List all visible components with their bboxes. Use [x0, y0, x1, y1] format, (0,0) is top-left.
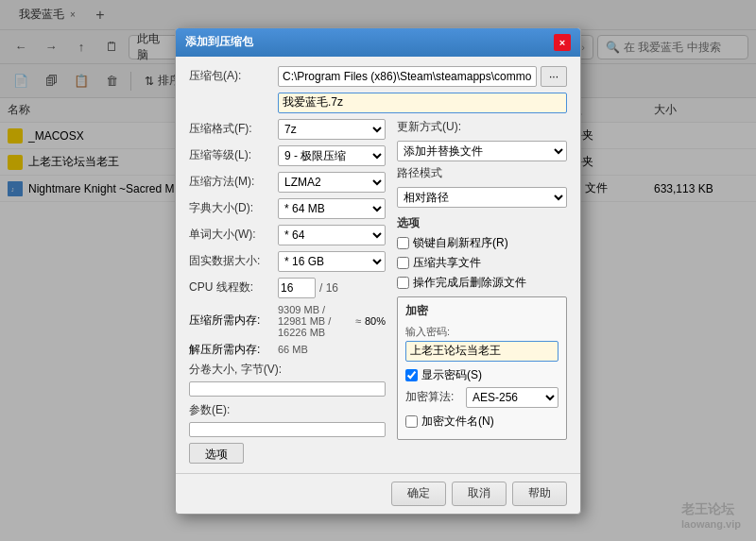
encrypt-names-row: 加密文件名(N)	[405, 414, 558, 430]
memory-label: 压缩所需内存:	[189, 313, 274, 329]
encrypt-names-label: 加密文件名(N)	[421, 414, 494, 430]
dialog-columns: 压缩格式(F): 7z 压缩等级(L): 9 - 极限压缩 压缩方法(M):	[189, 119, 567, 464]
level-select[interactable]: 9 - 极限压缩	[278, 145, 386, 166]
compress-dialog: 添加到压缩包 × 压缩包(A): ··· 压缩格式(F	[175, 27, 581, 515]
opt2-label: 压缩共享文件	[413, 255, 481, 271]
dialog-footer: 确定 取消 帮助	[176, 473, 580, 514]
encrypt-section: 加密 输入密码: 显示密码(S) 加密算法: AES-256	[397, 296, 567, 440]
method-select[interactable]: LZMA2	[278, 172, 386, 193]
opt3-row: 操作完成后删除源文件	[397, 275, 567, 291]
help-button[interactable]: 帮助	[512, 482, 567, 506]
encrypt-names-checkbox[interactable]	[405, 415, 418, 428]
split-label: 分卷大小, 字节(V):	[189, 362, 282, 378]
opt2-row: 压缩共享文件	[397, 255, 567, 271]
dialog-col-left: 压缩格式(F): 7z 压缩等级(L): 9 - 极限压缩 压缩方法(M):	[189, 119, 386, 464]
show-pw-checkbox[interactable]	[405, 369, 418, 381]
encrypt-title: 加密	[405, 303, 558, 319]
encrypt-pw-input[interactable]	[405, 341, 558, 362]
dialog-overlay: 添加到压缩包 × 压缩包(A): ··· 压缩格式(F	[0, 0, 756, 541]
memory-pct: 80%	[365, 315, 386, 327]
cancel-button[interactable]: 取消	[452, 482, 507, 506]
split-row: 分卷大小, 字节(V):	[189, 362, 386, 397]
memory-percent: ≈	[355, 315, 361, 327]
threads-label: CPU 线程数:	[189, 279, 274, 296]
ok-button[interactable]: 确定	[391, 482, 446, 506]
level-row: 压缩等级(L): 9 - 极限压缩	[189, 145, 386, 166]
encrypt-method-label: 加密算法:	[405, 389, 462, 405]
archive-path-row: 压缩包(A): ···	[189, 66, 567, 87]
dialog-footer-right: 确定 取消 帮助	[391, 482, 567, 506]
opt1-label: 锁键自刷新程序(R)	[413, 235, 508, 251]
params-label: 参数(E):	[189, 402, 274, 418]
close-icon: ×	[559, 37, 565, 48]
dialog-body: 压缩包(A): ··· 压缩格式(F): 7z	[176, 57, 580, 473]
opt1-row: 锁键自刷新程序(R)	[397, 235, 567, 251]
encrypt-method-select[interactable]: AES-256	[466, 387, 558, 408]
dict-select[interactable]: * 64 MB	[278, 198, 386, 219]
threads-max: / 16	[319, 281, 338, 295]
word-row: 单词大小(W): * 64	[189, 225, 386, 245]
dialog-close-button[interactable]: ×	[554, 34, 571, 51]
show-pw-label: 显示密码(S)	[421, 367, 482, 383]
memory-compress-row: 压缩所需内存: 9309 MB / 12981 MB / 16226 MB ≈ …	[189, 304, 386, 338]
solid-select[interactable]: * 16 GB	[278, 251, 386, 272]
encrypt-pw-label: 输入密码:	[405, 325, 558, 339]
archive-name-input[interactable]	[278, 93, 567, 113]
word-select[interactable]: * 64	[278, 225, 386, 245]
update-label: 更新方式(U):	[397, 119, 482, 135]
level-label: 压缩等级(L):	[189, 147, 274, 163]
encrypt-method-row: 加密算法: AES-256	[405, 387, 558, 408]
opt3-label: 操作完成后删除源文件	[413, 275, 526, 291]
archive-name-row	[189, 93, 567, 113]
path-row: 路径模式	[397, 165, 567, 181]
opt2-checkbox[interactable]	[397, 257, 409, 269]
archive-path-input[interactable]	[278, 66, 537, 87]
word-label: 单词大小(W):	[189, 227, 274, 243]
format-row: 压缩格式(F): 7z	[189, 119, 386, 140]
opt1-checkbox[interactable]	[397, 237, 409, 249]
method-row: 压缩方法(M): LZMA2	[189, 172, 386, 193]
update-select[interactable]: 添加并替换文件	[397, 141, 567, 161]
memory-value: 9309 MB / 12981 MB / 16226 MB	[278, 304, 352, 338]
decom-label: 解压所需内存:	[189, 342, 274, 358]
dialog-title-bar: 添加到压缩包 ×	[176, 28, 580, 57]
update-row: 更新方式(U):	[397, 119, 567, 135]
split-input[interactable]	[189, 381, 386, 397]
options-section-title: 选项	[397, 215, 567, 231]
dict-row: 字典大小(D): * 64 MB	[189, 198, 386, 219]
format-select[interactable]: 7z	[278, 119, 386, 140]
memory-decom-row: 解压所需内存: 66 MB	[189, 342, 386, 358]
archive-label: 压缩包(A):	[189, 68, 274, 84]
archive-browse-button[interactable]: ···	[541, 66, 567, 87]
threads-input[interactable]	[278, 278, 316, 298]
format-label: 压缩格式(F):	[189, 121, 274, 137]
path-label: 路径模式	[397, 165, 482, 181]
path-select[interactable]: 相对路径	[397, 187, 567, 208]
show-pw-row: 显示密码(S)	[405, 367, 558, 383]
dict-label: 字典大小(D):	[189, 200, 274, 216]
dialog-col-right: 更新方式(U): 添加并替换文件 路径模式 相对路径	[397, 119, 567, 464]
params-input[interactable]	[189, 422, 386, 437]
threads-row: CPU 线程数: / 16	[189, 278, 386, 298]
options-button[interactable]: 选项	[189, 443, 244, 464]
decom-value: 66 MB	[278, 344, 308, 355]
solid-row: 固实数据大小: * 16 GB	[189, 251, 386, 272]
opt3-checkbox[interactable]	[397, 277, 409, 289]
method-label: 压缩方法(M):	[189, 174, 274, 190]
dialog-title: 添加到压缩包	[185, 34, 253, 50]
solid-label: 固实数据大小:	[189, 253, 274, 269]
params-row: 参数(E):	[189, 402, 386, 437]
